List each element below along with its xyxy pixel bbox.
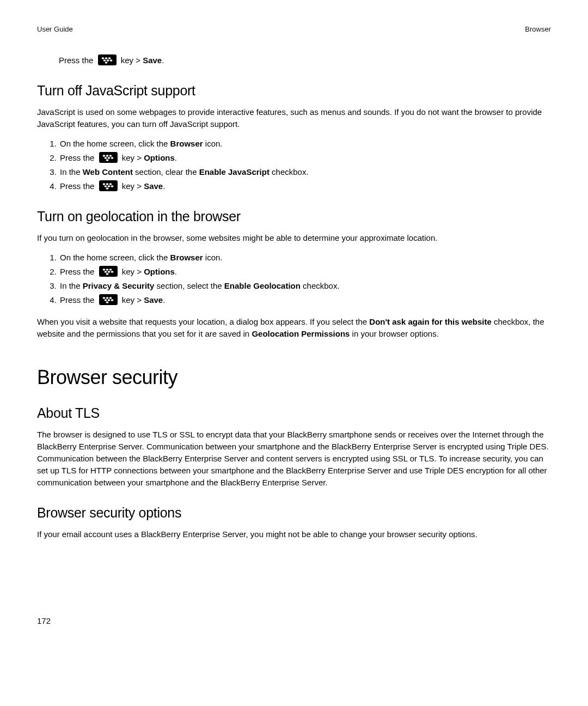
paragraph: If you turn on geolocation in the browse… (37, 232, 551, 244)
text: section, select the (154, 281, 224, 290)
residual-press-save: Press the key > Save. (59, 54, 551, 66)
menu-key-icon (99, 294, 118, 305)
steps-list: On the home screen, click the Browser ic… (37, 252, 551, 306)
page: User Guide Browser Press the key > Save.… (0, 0, 588, 706)
text: key > (122, 153, 144, 162)
enable-geolocation-label: Enable Geolocation (224, 281, 301, 290)
heading-turn-off-javascript: Turn off JavaScript support (37, 83, 551, 99)
web-content-label: Web Content (83, 167, 133, 176)
enable-javascript-label: Enable JavaScript (199, 167, 270, 176)
text: icon. (203, 139, 223, 148)
list-item: In the Web Content section, clear the En… (59, 166, 551, 178)
heading-about-tls: About TLS (37, 405, 551, 421)
text: checkbox. (270, 167, 309, 176)
content: Press the key > Save. Turn off JavaScrip… (37, 54, 551, 540)
options-label: Options (144, 153, 175, 162)
save-label: Save (144, 295, 163, 305)
menu-key-icon (98, 54, 117, 65)
text: checkbox. (301, 281, 340, 290)
browser-label: Browser (170, 253, 203, 262)
list-item: Press the key > Options. (59, 266, 551, 278)
heading-browser-security-options: Browser security options (37, 505, 551, 521)
text: On the home screen, click the (60, 139, 170, 148)
text: icon. (203, 253, 223, 262)
menu-key-icon (99, 152, 118, 163)
header-right: Browser (525, 25, 551, 33)
menu-key-icon (99, 180, 118, 191)
text: In the (60, 281, 83, 290)
text: key > (122, 181, 144, 191)
dont-ask-again-label: Don't ask again for this website (369, 317, 491, 326)
heading-browser-security: Browser security (37, 366, 551, 389)
page-number: 172 (37, 616, 51, 625)
header-left: User Guide (37, 25, 73, 33)
geolocation-permissions-label: Geolocation Permissions (252, 329, 350, 338)
list-item: On the home screen, click the Browser ic… (59, 252, 551, 264)
list-item: In the Privacy & Security section, selec… (59, 280, 551, 292)
list-item: Press the key > Save. (59, 180, 551, 192)
paragraph: When you visit a website that requests y… (37, 316, 551, 340)
text: Press the (59, 56, 93, 65)
paragraph: JavaScript is used on some webpages to p… (37, 106, 551, 130)
text: key > (122, 267, 144, 276)
menu-key-icon (99, 266, 118, 277)
text: . (175, 267, 177, 276)
list-item: Press the key > Options. (59, 152, 551, 164)
text: . (162, 56, 164, 65)
steps-list: On the home screen, click the Browser ic… (37, 138, 551, 192)
paragraph: If your email account uses a BlackBerry … (37, 528, 551, 540)
text: When you visit a website that requests y… (37, 317, 369, 326)
options-label: Options (144, 267, 175, 276)
list-item: On the home screen, click the Browser ic… (59, 138, 551, 150)
text: Press the (60, 153, 94, 162)
paragraph: The browser is designed to use TLS or SS… (37, 429, 551, 489)
text: . (163, 295, 165, 305)
text: key > (121, 56, 143, 65)
text: Press the (60, 181, 94, 191)
text: In the (60, 167, 83, 176)
text: Press the (60, 267, 94, 276)
text: . (163, 181, 165, 191)
text: in your browser options. (350, 329, 438, 338)
text: section, clear the (133, 167, 199, 176)
browser-label: Browser (170, 139, 203, 148)
text: key > (122, 295, 144, 305)
text: . (175, 153, 177, 162)
save-label: Save (143, 56, 162, 65)
heading-turn-on-geolocation: Turn on geolocation in the browser (37, 209, 551, 224)
save-label: Save (144, 181, 163, 191)
text: Press the (60, 295, 94, 305)
text: On the home screen, click the (60, 253, 170, 262)
list-item: Press the key > Save. (59, 294, 551, 306)
privacy-security-label: Privacy & Security (83, 281, 155, 290)
